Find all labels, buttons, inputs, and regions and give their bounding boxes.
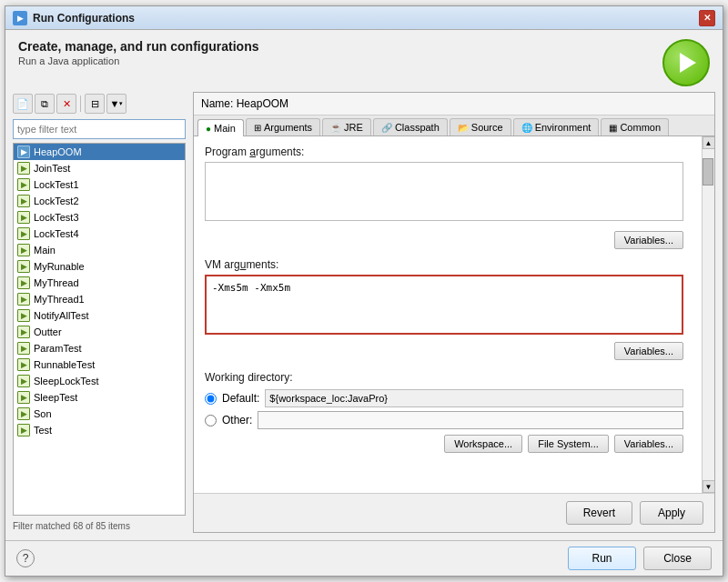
list-item[interactable]: ▶ Outter (14, 324, 185, 340)
item-icon: ▶ (17, 391, 30, 404)
list-item[interactable]: ▶ LockTest4 (14, 226, 185, 242)
item-icon: ▶ (17, 260, 30, 273)
tab-environment-label: Environment (535, 122, 592, 133)
other-radio[interactable] (205, 415, 217, 426)
run-configurations-dialog: ▶ Run Configurations ✕ Create, manage, a… (5, 5, 723, 577)
close-button[interactable]: Close (643, 547, 712, 570)
item-label: LockTest3 (34, 212, 79, 223)
item-label: MyRunable (34, 261, 85, 272)
item-icon: ▶ (17, 146, 30, 158)
tab-jre[interactable]: ☕ JRE (322, 118, 371, 135)
tab-source[interactable]: 📂 Source (450, 118, 511, 135)
tabs-bar: ● Main ⊞ Arguments ☕ JRE 🔗 Classpath 📂 (194, 115, 714, 136)
tab-main[interactable]: ● Main (197, 119, 244, 136)
item-label: SleepTest (34, 392, 77, 403)
item-label: Test (34, 425, 52, 436)
list-item[interactable]: ▶ SleepLockTest (14, 373, 185, 389)
scroll-up-arrow[interactable]: ▲ (703, 136, 715, 149)
scroll-thumb[interactable] (703, 158, 713, 186)
list-item[interactable]: ▶ HeapOOM (14, 144, 185, 160)
main-content: 📄 ⧉ ✕ ⊟ ▼▾ ▶ HeapOOM ▶ JoinTest (5, 92, 723, 540)
arguments-tab-icon: ⊞ (254, 123, 261, 133)
tab-arguments[interactable]: ⊞ Arguments (246, 118, 320, 135)
program-args-variables-button[interactable]: Variables... (614, 231, 683, 249)
default-radio[interactable] (205, 393, 217, 405)
new-button[interactable]: 📄 (13, 94, 33, 114)
default-radio-row: Default: (205, 389, 683, 407)
scroll-thumb-area (703, 149, 714, 480)
collapse-button[interactable]: ⊟ (85, 94, 105, 114)
list-item[interactable]: ▶ LockTest2 (14, 193, 185, 209)
item-icon: ▶ (17, 276, 30, 289)
item-icon: ▶ (17, 178, 30, 191)
list-item[interactable]: ▶ LockTest3 (14, 209, 185, 226)
vm-args-box-container: -Xms5m -Xmx5m (205, 275, 683, 335)
right-panel: Name: HeapOOM ● Main ⊞ Arguments ☕ JRE (193, 92, 715, 533)
list-item[interactable]: ▶ LockTest1 (14, 176, 185, 193)
list-item[interactable]: ▶ SleepTest (14, 389, 185, 406)
other-dir-input[interactable] (258, 411, 683, 429)
header-text: Create, manage, and run configurations R… (18, 39, 259, 66)
list-item[interactable]: ▶ MyThread1 (14, 291, 185, 307)
tab-classpath-label: Classpath (395, 122, 440, 133)
item-icon: ▶ (17, 407, 30, 420)
item-label: NotifyAllTest (34, 310, 89, 321)
vm-args-variables-button[interactable]: Variables... (614, 342, 683, 360)
item-icon: ▶ (17, 424, 30, 436)
list-item[interactable]: ▶ RunnableTest (14, 356, 185, 373)
list-item[interactable]: ▶ Main (14, 242, 185, 258)
vm-args-input[interactable]: -Xms5m -Xmx5m (208, 278, 680, 328)
close-icon[interactable]: ✕ (699, 10, 715, 26)
common-tab-icon: ▦ (609, 123, 617, 133)
tab-content-wrapper: Program arguments: Variables... VM argum… (194, 136, 714, 493)
workspace-button[interactable]: Workspace... (444, 435, 522, 453)
revert-button[interactable]: Revert (566, 501, 632, 525)
toolbar-separator (80, 95, 81, 112)
item-label: Son (34, 408, 52, 419)
tab-classpath[interactable]: 🔗 Classpath (373, 118, 448, 135)
classpath-tab-icon: 🔗 (381, 123, 392, 133)
item-icon: ▶ (17, 244, 30, 256)
apply-button[interactable]: Apply (640, 501, 703, 525)
header-area: Create, manage, and run configurations R… (5, 30, 723, 92)
main-tab-icon: ● (206, 124, 211, 134)
list-item[interactable]: ▶ Son (14, 406, 185, 422)
filter-input[interactable] (13, 119, 186, 139)
help-icon[interactable]: ? (16, 549, 35, 567)
run-button[interactable]: Run (568, 547, 636, 570)
delete-button[interactable]: ✕ (56, 94, 76, 114)
item-icon: ▶ (17, 358, 30, 371)
tab-common[interactable]: ▦ Common (601, 118, 669, 135)
scroll-down-arrow[interactable]: ▼ (703, 480, 715, 493)
list-item[interactable]: ▶ MyRunable (14, 258, 185, 275)
program-args-label: Program arguments: (205, 146, 683, 158)
title-bar-left: ▶ Run Configurations (13, 11, 135, 25)
title-bar: ▶ Run Configurations ✕ (5, 6, 723, 30)
toolbar: 📄 ⧉ ✕ ⊟ ▼▾ (13, 92, 186, 115)
right-scrollbar[interactable]: ▲ ▼ (702, 136, 714, 493)
footer-actions: Run Close (568, 547, 712, 570)
run-button-large[interactable] (662, 39, 710, 86)
list-item[interactable]: ▶ JoinTest (14, 160, 185, 176)
item-label: LockTest2 (34, 196, 79, 206)
list-item[interactable]: ▶ Test (14, 422, 185, 438)
item-icon: ▶ (17, 211, 30, 224)
copy-button[interactable]: ⧉ (35, 94, 55, 114)
tree-panel[interactable]: ▶ HeapOOM ▶ JoinTest ▶ LockTest1 ▶ LockT… (13, 143, 186, 516)
file-system-button[interactable]: File System... (528, 435, 609, 453)
program-args-input[interactable] (205, 162, 683, 221)
tab-environment[interactable]: 🌐 Environment (513, 118, 600, 135)
filter-button[interactable]: ▼▾ (106, 94, 126, 114)
list-item[interactable]: ▶ NotifyAllTest (14, 307, 185, 324)
name-label: Name: (201, 97, 233, 110)
list-item[interactable]: ▶ MyThread (14, 275, 185, 291)
default-dir-input[interactable] (265, 389, 683, 407)
list-item[interactable]: ▶ ParamTest (14, 340, 185, 356)
item-label: RunnableTest (34, 359, 95, 370)
dir-variables-button[interactable]: Variables... (614, 435, 683, 453)
left-panel: 📄 ⧉ ✕ ⊟ ▼▾ ▶ HeapOOM ▶ JoinTest (13, 92, 186, 533)
tab-jre-label: JRE (344, 122, 363, 133)
item-icon: ▶ (17, 227, 30, 240)
other-radio-row: Other: (205, 411, 683, 429)
vm-args-section: VM arguments: -Xms5m -Xmx5m Variables... (205, 258, 683, 360)
